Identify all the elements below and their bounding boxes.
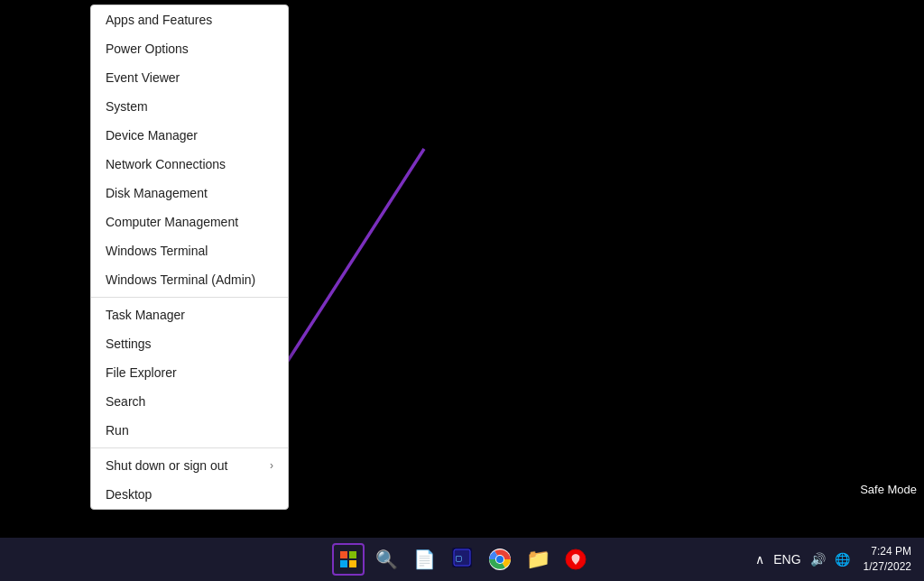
chrome-button[interactable] bbox=[484, 543, 516, 576]
menu-item-windows-terminal-admin[interactable]: Windows Terminal (Admin) bbox=[91, 265, 288, 294]
menu-label-apps-features: Apps and Features bbox=[106, 13, 212, 27]
menu-item-search[interactable]: Search bbox=[91, 387, 288, 416]
app6-button[interactable] bbox=[559, 543, 592, 576]
system-tray: ∧ ENG 🔊 🌐 7:24 PM 1/27/2022 bbox=[753, 544, 915, 575]
menu-item-shut-down[interactable]: Shut down or sign out› bbox=[91, 451, 288, 480]
menu-label-settings: Settings bbox=[106, 337, 152, 351]
folder-icon: 📁 bbox=[526, 548, 550, 571]
search-icon: 🔍 bbox=[375, 549, 398, 570]
menu-item-desktop[interactable]: Desktop bbox=[91, 480, 288, 509]
windows-logo-icon bbox=[340, 551, 356, 567]
menu-label-file-explorer: File Explorer bbox=[106, 365, 177, 380]
search-taskbar-button[interactable]: 🔍 bbox=[370, 543, 402, 576]
menu-item-device-manager[interactable]: Device Manager bbox=[91, 121, 288, 150]
chevron-up-icon[interactable]: ∧ bbox=[753, 550, 767, 568]
tray-icons: ∧ ENG 🔊 🌐 bbox=[753, 550, 852, 568]
folder-button[interactable]: 📁 bbox=[522, 543, 554, 576]
menu-item-file-explorer[interactable]: File Explorer bbox=[91, 358, 288, 387]
submenu-chevron-icon: › bbox=[270, 459, 273, 472]
clock-date: 1/27/2022 bbox=[864, 559, 911, 575]
menu-label-disk-management: Disk Management bbox=[106, 186, 208, 200]
file-explorer-icon: 📄 bbox=[413, 549, 436, 570]
menu-label-system: System bbox=[106, 99, 148, 114]
menu-label-event-viewer: Event Viewer bbox=[106, 70, 180, 85]
chrome-icon bbox=[489, 549, 511, 570]
svg-text:▢: ▢ bbox=[456, 552, 462, 564]
app6-icon bbox=[565, 549, 587, 570]
menu-label-device-manager: Device Manager bbox=[106, 128, 198, 143]
menu-item-computer-management[interactable]: Computer Management bbox=[91, 208, 288, 236]
menu-item-task-manager[interactable]: Task Manager bbox=[91, 300, 288, 329]
clock-time: 7:24 PM bbox=[864, 544, 911, 559]
menu-item-system[interactable]: System bbox=[91, 92, 288, 121]
volume-icon[interactable]: 🔊 bbox=[808, 550, 828, 568]
menu-label-run: Run bbox=[106, 423, 129, 438]
network-icon[interactable]: 🌐 bbox=[832, 550, 853, 568]
menu-item-run[interactable]: Run bbox=[91, 416, 288, 445]
terminal-icon: ▢ bbox=[452, 548, 472, 572]
taskbar: 🔍 📄 ▢ bbox=[0, 538, 924, 581]
menu-divider bbox=[91, 297, 288, 298]
menu-item-network-connections[interactable]: Network Connections bbox=[91, 150, 288, 179]
safe-mode-label: Safe Mode bbox=[860, 483, 917, 496]
context-menu: Apps and FeaturesPower OptionsEvent View… bbox=[90, 5, 289, 510]
menu-label-shut-down: Shut down or sign out bbox=[106, 458, 227, 473]
taskbar-icons: 🔍 📄 ▢ bbox=[332, 543, 592, 576]
menu-label-task-manager: Task Manager bbox=[106, 308, 185, 322]
menu-label-search: Search bbox=[106, 394, 145, 409]
menu-item-event-viewer[interactable]: Event Viewer bbox=[91, 63, 288, 92]
menu-label-power-options: Power Options bbox=[106, 42, 189, 56]
start-button[interactable] bbox=[332, 543, 365, 576]
clock[interactable]: 7:24 PM 1/27/2022 bbox=[860, 544, 915, 575]
menu-label-windows-terminal-admin: Windows Terminal (Admin) bbox=[106, 272, 255, 287]
menu-label-windows-terminal: Windows Terminal bbox=[106, 244, 208, 258]
menu-label-network-connections: Network Connections bbox=[106, 157, 226, 171]
menu-label-computer-management: Computer Management bbox=[106, 215, 238, 229]
menu-item-power-options[interactable]: Power Options bbox=[91, 34, 288, 63]
menu-item-settings[interactable]: Settings bbox=[91, 329, 288, 358]
menu-item-windows-terminal[interactable]: Windows Terminal bbox=[91, 236, 288, 265]
menu-item-apps-features[interactable]: Apps and Features bbox=[91, 5, 288, 34]
menu-label-desktop: Desktop bbox=[106, 487, 152, 502]
terminal-taskbar-button[interactable]: ▢ bbox=[446, 543, 478, 576]
menu-divider bbox=[91, 447, 288, 448]
desktop: Apps and FeaturesPower OptionsEvent View… bbox=[0, 0, 924, 541]
svg-point-6 bbox=[496, 556, 504, 563]
language-indicator[interactable]: ENG bbox=[771, 550, 803, 568]
menu-item-disk-management[interactable]: Disk Management bbox=[91, 179, 288, 208]
file-explorer-button[interactable]: 📄 bbox=[408, 543, 440, 576]
